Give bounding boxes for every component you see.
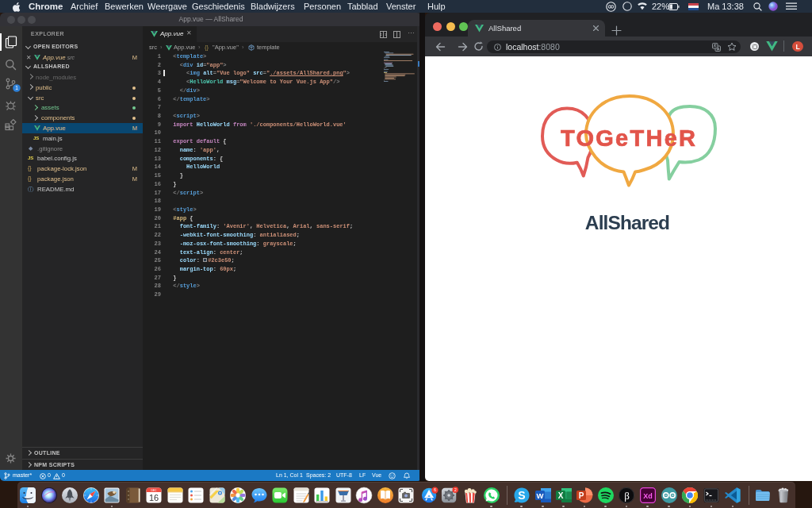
svg-text:6: 6	[433, 487, 435, 492]
svg-text:DEC: DEC	[151, 488, 157, 491]
svg-text:W: W	[536, 491, 543, 500]
svg-text:Xd: Xd	[643, 492, 653, 500]
svg-text:1: 1	[15, 85, 18, 90]
svg-text:S: S	[518, 489, 525, 502]
svg-text:2: 2	[454, 487, 456, 492]
svg-text:TOGeTHeR: TOGeTHeR	[561, 125, 697, 151]
svg-text:X: X	[557, 491, 563, 500]
svg-text:β: β	[624, 489, 630, 501]
svg-text:P: P	[579, 491, 584, 500]
svg-text:16: 16	[149, 492, 159, 502]
